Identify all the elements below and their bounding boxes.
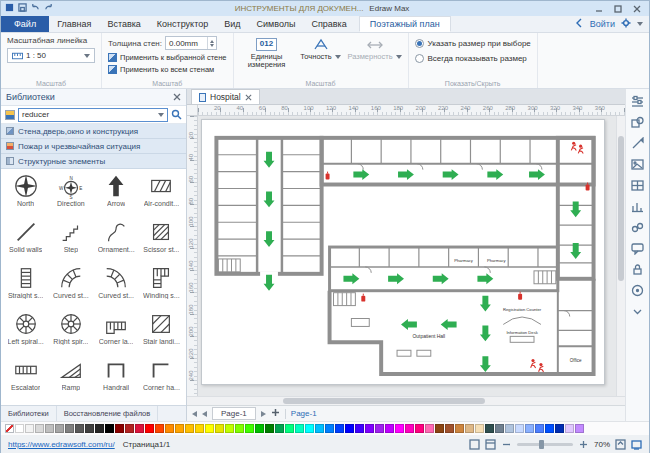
- library-section-structural[interactable]: Структурные элементы: [1, 154, 186, 169]
- help-icon[interactable]: [631, 284, 644, 297]
- color-swatch[interactable]: [155, 424, 164, 433]
- zoom-slider[interactable]: [517, 443, 573, 446]
- step-up-icon[interactable]: [210, 40, 214, 43]
- color-swatch[interactable]: [245, 424, 254, 433]
- color-swatch[interactable]: [95, 424, 104, 433]
- color-swatch[interactable]: [65, 424, 74, 433]
- next-page-icon[interactable]: [261, 411, 266, 417]
- color-swatch[interactable]: [355, 424, 364, 433]
- table-icon[interactable]: [631, 179, 644, 192]
- color-swatch[interactable]: [125, 424, 134, 433]
- scale-select[interactable]: 1 : 50: [7, 48, 95, 63]
- search-icon[interactable]: [171, 106, 182, 124]
- color-swatch[interactable]: [385, 424, 394, 433]
- symbol-winding-stair[interactable]: Winding s...: [139, 265, 184, 311]
- hyperlink-icon[interactable]: [631, 221, 644, 234]
- color-swatch[interactable]: [335, 424, 344, 433]
- color-swatch[interactable]: [575, 424, 584, 433]
- tab-insert[interactable]: Вставка: [99, 16, 148, 32]
- tab-design[interactable]: Конструктор: [149, 16, 216, 32]
- color-swatch[interactable]: [305, 424, 314, 433]
- color-swatch[interactable]: [135, 424, 144, 433]
- file-recovery-button[interactable]: Восстановление файлов: [57, 406, 159, 421]
- color-swatch[interactable]: [275, 424, 284, 433]
- fit-page-icon[interactable]: [615, 439, 626, 450]
- symbol-search-combo[interactable]: [18, 108, 168, 122]
- comment-icon[interactable]: [631, 242, 644, 255]
- wall-thickness-stepper[interactable]: 0.00mm: [165, 36, 217, 50]
- measurement-units-button[interactable]: 012 Единицы измерения: [240, 36, 294, 77]
- symbol-right-spiral-stair[interactable]: Right spir...: [48, 311, 93, 357]
- floor-plan[interactable]: Pharmacy Pharmacy Registration Counter I…: [202, 120, 604, 384]
- library-section-walls[interactable]: Стена,дверь,окно и конструкция: [1, 124, 186, 139]
- symbol-handrail[interactable]: Handrail: [94, 357, 139, 403]
- undo-icon[interactable]: [31, 3, 40, 14]
- color-swatch[interactable]: [45, 424, 54, 433]
- add-page-icon[interactable]: [271, 408, 280, 419]
- color-swatch[interactable]: [225, 424, 234, 433]
- color-swatch[interactable]: [285, 424, 294, 433]
- symbol-ramp[interactable]: Ramp: [48, 357, 93, 403]
- color-swatch[interactable]: [505, 424, 514, 433]
- symbol-left-spiral-stair[interactable]: Left spiral...: [3, 311, 48, 357]
- symbol-corner-landing[interactable]: Corner la...: [94, 311, 139, 357]
- color-swatch[interactable]: [35, 424, 44, 433]
- color-swatch[interactable]: [365, 424, 374, 433]
- symbol-arrow[interactable]: Arrow: [94, 173, 139, 219]
- tab-floor-plan[interactable]: Поэтажный план: [359, 16, 451, 32]
- page-tab[interactable]: Page-1: [212, 407, 256, 420]
- lock-icon[interactable]: [631, 263, 644, 276]
- symbol-step[interactable]: Step: [48, 219, 93, 265]
- color-swatch[interactable]: [445, 424, 454, 433]
- color-swatch[interactable]: [195, 424, 204, 433]
- color-swatch[interactable]: [295, 424, 304, 433]
- color-swatch[interactable]: [395, 424, 404, 433]
- library-icon[interactable]: [5, 110, 15, 120]
- close-icon[interactable]: [629, 3, 645, 14]
- libraries-button[interactable]: Библиотеки: [1, 406, 57, 421]
- scrollbar-thumb[interactable]: [283, 398, 484, 404]
- zoom-in-icon[interactable]: [578, 439, 589, 450]
- symbol-straight-stair[interactable]: Straight s...: [3, 265, 48, 311]
- color-swatch[interactable]: [465, 424, 474, 433]
- color-swatch[interactable]: [165, 424, 174, 433]
- color-swatch[interactable]: [495, 424, 504, 433]
- horizontal-scrollbar[interactable]: [187, 396, 625, 405]
- library-section-fire[interactable]: Пожар и чрезвычайная ситуация: [1, 139, 186, 154]
- color-swatch[interactable]: [255, 424, 264, 433]
- full-screen-icon[interactable]: [631, 439, 642, 450]
- precision-button[interactable]: Точность: [294, 36, 348, 77]
- chevron-down-icon[interactable]: [158, 113, 164, 117]
- step-down-icon[interactable]: [210, 44, 214, 47]
- color-swatch[interactable]: [265, 424, 274, 433]
- color-swatch[interactable]: [315, 424, 324, 433]
- scrollbar-thumb[interactable]: [618, 136, 624, 282]
- color-swatch[interactable]: [565, 424, 574, 433]
- page[interactable]: Pharmacy Pharmacy Registration Counter I…: [201, 119, 605, 385]
- symbol-corner-handrail[interactable]: Corner ha...: [139, 357, 184, 403]
- radio-show-size-on-select[interactable]: Указать размер при выборе: [415, 39, 531, 48]
- redo-icon[interactable]: [44, 3, 53, 14]
- color-swatch[interactable]: [325, 424, 334, 433]
- tab-file[interactable]: Файл: [1, 16, 49, 32]
- picture-icon[interactable]: [631, 158, 644, 171]
- color-swatch[interactable]: [115, 424, 124, 433]
- chevron-down-icon[interactable]: [637, 22, 643, 26]
- vertical-scrollbar[interactable]: [616, 116, 625, 396]
- color-swatch[interactable]: [215, 424, 224, 433]
- close-tab-icon[interactable]: [245, 94, 252, 101]
- color-swatch[interactable]: [525, 424, 534, 433]
- symbol-scissor-stair[interactable]: Scissor st...: [139, 219, 184, 265]
- minimize-icon[interactable]: [591, 3, 607, 14]
- color-swatch[interactable]: [485, 424, 494, 433]
- share-icon[interactable]: [574, 18, 584, 30]
- page-view-icon[interactable]: [485, 439, 496, 450]
- no-fill-swatch[interactable]: [5, 424, 14, 433]
- zoom-out-icon[interactable]: [501, 439, 512, 450]
- zoom-level[interactable]: 70%: [594, 440, 610, 449]
- color-swatch[interactable]: [535, 424, 544, 433]
- search-input[interactable]: [22, 110, 156, 119]
- color-swatch[interactable]: [405, 424, 414, 433]
- maximize-icon[interactable]: [610, 3, 626, 14]
- color-swatch[interactable]: [175, 424, 184, 433]
